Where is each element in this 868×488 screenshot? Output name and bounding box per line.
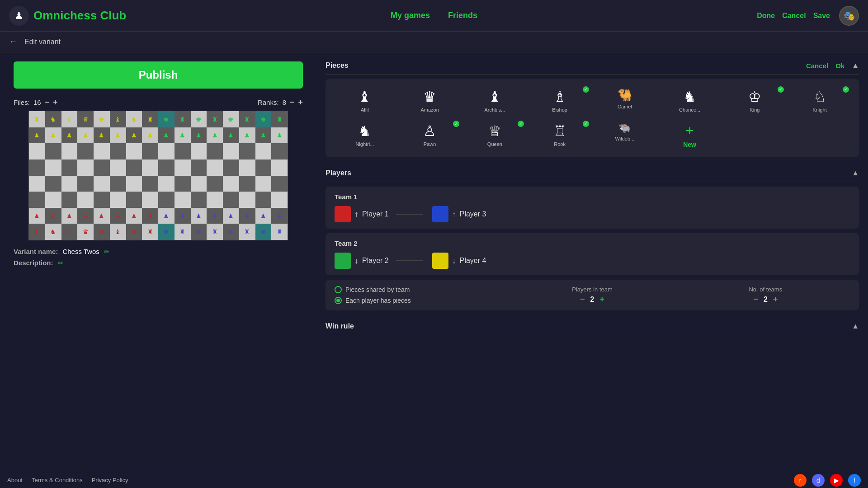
piece-archbishop[interactable]: ♝ Archbis...: [465, 85, 525, 115]
piece-king[interactable]: ♔ King ✓: [725, 85, 785, 115]
board-cell[interactable]: [126, 176, 142, 192]
board-cell[interactable]: [271, 176, 288, 192]
board-cell[interactable]: ♞: [126, 224, 142, 240]
board-cell[interactable]: ♚: [191, 111, 207, 127]
piece-nightrider[interactable]: ♞ Nightri...: [335, 120, 395, 151]
board-cell[interactable]: [45, 143, 61, 160]
board-cell[interactable]: ♟: [45, 208, 61, 224]
board-cell[interactable]: [191, 143, 207, 160]
board-cell[interactable]: ♜: [207, 111, 223, 127]
piece-chancellor[interactable]: ♞ Chance...: [660, 85, 720, 115]
board-cell[interactable]: ♜: [175, 224, 191, 240]
board-cell[interactable]: ♝: [110, 111, 126, 127]
board-cell[interactable]: [207, 143, 223, 160]
files-increase[interactable]: +: [53, 98, 58, 107]
board-cell[interactable]: [94, 160, 110, 176]
cancel-button[interactable]: Cancel: [782, 12, 806, 20]
board-cell[interactable]: [158, 192, 175, 208]
board-cell[interactable]: ♜: [142, 224, 158, 240]
board-cell[interactable]: [77, 143, 94, 160]
board-cell[interactable]: ♜: [271, 111, 288, 127]
board-cell[interactable]: [239, 176, 255, 192]
piece-rook[interactable]: ♖ Rook ✓: [529, 120, 590, 151]
board-cell[interactable]: [142, 192, 158, 208]
board-cell[interactable]: [94, 192, 110, 208]
piece-bishop[interactable]: ♗ Bishop ✓: [529, 85, 590, 115]
board-cell[interactable]: ♟: [271, 208, 288, 224]
board-cell[interactable]: ♟: [175, 208, 191, 224]
board-cell[interactable]: ♜: [29, 224, 45, 240]
board-cell[interactable]: [61, 176, 78, 192]
board-cell[interactable]: ♞: [126, 111, 142, 127]
board-cell[interactable]: [271, 143, 288, 160]
board-cell[interactable]: [61, 160, 78, 176]
board-cell[interactable]: ♟: [29, 127, 45, 144]
board-cell[interactable]: [223, 192, 239, 208]
board-cell[interactable]: [77, 192, 94, 208]
players-collapse-button[interactable]: ▲: [852, 169, 859, 177]
board-cell[interactable]: ♟: [45, 127, 61, 144]
no-of-teams-increase[interactable]: +: [773, 295, 778, 304]
board-cell[interactable]: ♟: [175, 127, 191, 144]
board-cell[interactable]: [77, 160, 94, 176]
piece-camel[interactable]: 🐫 Camel: [594, 85, 655, 115]
avatar[interactable]: 🎭: [839, 6, 859, 26]
board-cell[interactable]: ♟: [110, 127, 126, 144]
board-cell[interactable]: [142, 160, 158, 176]
board-cell[interactable]: ♚: [255, 111, 272, 127]
board-cell[interactable]: [207, 192, 223, 208]
board-cell[interactable]: [77, 176, 94, 192]
board-cell[interactable]: [29, 176, 45, 192]
board-cell[interactable]: ♟: [126, 208, 142, 224]
board-cell[interactable]: ♚: [94, 111, 110, 127]
board-cell[interactable]: ♝: [61, 111, 78, 127]
youtube-icon[interactable]: ▶: [830, 474, 843, 487]
board-cell[interactable]: ♟: [239, 127, 255, 144]
board-cell[interactable]: ♟: [207, 127, 223, 144]
board-cell[interactable]: [126, 160, 142, 176]
board-cell[interactable]: [191, 160, 207, 176]
no-of-teams-decrease[interactable]: −: [753, 295, 758, 304]
board-cell[interactable]: [223, 176, 239, 192]
board-cell[interactable]: ♟: [255, 208, 272, 224]
board-cell[interactable]: [61, 192, 78, 208]
board-cell[interactable]: [223, 143, 239, 160]
piece-new[interactable]: + New: [660, 120, 720, 151]
back-button[interactable]: ←: [9, 37, 17, 47]
reddit-icon[interactable]: r: [794, 474, 807, 487]
board-cell[interactable]: [45, 192, 61, 208]
board-cell[interactable]: [110, 192, 126, 208]
board-cell[interactable]: ♝: [110, 224, 126, 240]
board-cell[interactable]: [158, 176, 175, 192]
board-cell[interactable]: [29, 143, 45, 160]
board-cell[interactable]: [191, 176, 207, 192]
piece-wildebeest[interactable]: 🐃 Wildeb...: [594, 120, 655, 151]
board-cell[interactable]: [175, 160, 191, 176]
board-cell[interactable]: ♟: [207, 208, 223, 224]
piece-amazon[interactable]: ♛ Amazon: [400, 85, 460, 115]
board-cell[interactable]: [158, 143, 175, 160]
board-cell[interactable]: ♟: [94, 208, 110, 224]
board-cell[interactable]: ♟: [158, 208, 175, 224]
board-cell[interactable]: ♟: [223, 127, 239, 144]
board-cell[interactable]: [223, 160, 239, 176]
board-cell[interactable]: [110, 160, 126, 176]
board-cell[interactable]: [207, 176, 223, 192]
board-cell[interactable]: ♟: [191, 208, 207, 224]
piece-pawn[interactable]: ♙ Pawn ✓: [400, 120, 460, 151]
facebook-icon[interactable]: f: [848, 474, 861, 487]
board-cell[interactable]: ♚: [255, 224, 272, 240]
board-cell[interactable]: ♚: [158, 224, 175, 240]
pieces-shared-radio[interactable]: [335, 286, 342, 293]
board-cell[interactable]: ♟: [110, 208, 126, 224]
players-in-team-increase[interactable]: +: [599, 295, 604, 304]
board-cell[interactable]: ♟: [94, 127, 110, 144]
piece-queen[interactable]: ♕ Queen ✓: [465, 120, 525, 151]
variant-name-edit-icon[interactable]: ✏: [104, 248, 109, 255]
board-cell[interactable]: [142, 143, 158, 160]
board-cell[interactable]: [239, 160, 255, 176]
board-cell[interactable]: ♛: [77, 224, 94, 240]
board-cell[interactable]: [175, 143, 191, 160]
board-cell[interactable]: [191, 192, 207, 208]
pieces-ok-button[interactable]: Ok: [835, 62, 844, 70]
